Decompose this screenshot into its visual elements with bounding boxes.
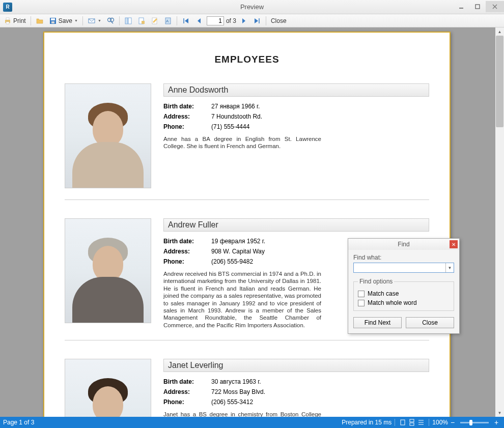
employee-notes: Janet has a BS degree in chemistry from …: [163, 411, 321, 417]
zoom-text: 100%: [432, 419, 448, 426]
status-bar: Page 1 of 3 Prepared in 15 ms 100% − +: [0, 417, 504, 428]
page-number-input[interactable]: [207, 16, 224, 25]
match-whole-label: Match whole word: [368, 299, 417, 306]
page-setup-icon: [137, 17, 146, 25]
last-page-button[interactable]: [251, 16, 263, 26]
match-whole-word-checkbox[interactable]: Match whole word: [358, 299, 450, 306]
scroll-thumb[interactable]: [496, 36, 503, 127]
status-page-text: Page 1 of 3: [3, 419, 34, 426]
chevron-down-icon: ▼: [98, 19, 101, 22]
separator: [395, 419, 395, 426]
view-continuous-button[interactable]: [407, 418, 416, 427]
dialog-close-button[interactable]: ✕: [450, 240, 458, 248]
find-what-label: Find what:: [353, 254, 381, 261]
employee-record: Janet Leverling Birth date:30 августа 19…: [65, 359, 429, 417]
close-preview-button[interactable]: Close: [269, 16, 288, 25]
dialog-title: Find ✕: [348, 239, 459, 250]
open-button[interactable]: [34, 16, 45, 26]
prev-page-button[interactable]: [193, 16, 205, 26]
field-label: Phone:: [163, 398, 211, 406]
svg-rect-5: [6, 18, 9, 20]
zoom-in-button[interactable]: +: [492, 418, 501, 427]
save-label: Save: [59, 17, 72, 24]
folder-open-icon: [36, 17, 44, 25]
employee-notes: Andrew received his BTS commercial in 19…: [163, 270, 321, 329]
chevron-down-icon: ▼: [74, 19, 78, 22]
find-close-label: Close: [422, 319, 438, 326]
field-label: Birth date:: [163, 378, 211, 385]
find-button[interactable]: [105, 16, 116, 26]
separator: [177, 16, 177, 25]
svg-text:A: A: [166, 19, 169, 23]
employee-photo: [65, 83, 151, 188]
watermark-icon: A: [164, 17, 172, 25]
edit-page-button[interactable]: [149, 16, 160, 26]
find-what-input[interactable]: [354, 263, 445, 272]
outline-button[interactable]: [123, 16, 134, 26]
report-title: EMPLOYEES: [44, 54, 450, 65]
separator: [82, 16, 83, 25]
first-page-button[interactable]: [180, 16, 191, 26]
find-dialog: Find ✕ Find what: ▼ Find options Match c…: [348, 238, 460, 334]
field-label: Address:: [163, 113, 211, 120]
scroll-up-icon: ▲: [495, 27, 504, 36]
find-next-label: Find Next: [365, 319, 390, 326]
employee-record: Anne Dodsworth Birth date:27 января 1966…: [65, 83, 429, 188]
svg-rect-8: [51, 18, 55, 20]
field-label: Phone:: [163, 258, 211, 265]
match-case-checkbox[interactable]: Match case: [358, 290, 450, 297]
svg-rect-9: [51, 21, 54, 23]
minus-icon: −: [451, 418, 455, 426]
plus-icon: +: [494, 418, 498, 426]
preview-area: EMPLOYEES Anne Dodsworth Birth date:27 я…: [0, 27, 504, 417]
find-options-group: Find options Match case Match whole word: [353, 278, 454, 311]
print-button[interactable]: Print: [2, 16, 27, 26]
checkbox-icon: [358, 291, 365, 297]
email-button[interactable]: ▼: [86, 16, 103, 26]
employee-photo: [65, 359, 151, 417]
field-value: 27 января 1966 г.: [211, 103, 260, 110]
report-page: EMPLOYEES Anne Dodsworth Birth date:27 я…: [43, 32, 451, 417]
continuous-icon: [408, 419, 415, 426]
checkbox-icon: [358, 300, 365, 306]
svg-rect-24: [410, 419, 414, 422]
single-page-icon: [399, 419, 406, 426]
first-page-icon: [182, 17, 190, 25]
find-close-button[interactable]: Close: [406, 317, 454, 328]
field-value: 908 W. Capital Way: [211, 248, 265, 255]
field-value: (206) 555-9482: [211, 258, 253, 265]
svg-rect-15: [128, 18, 131, 24]
titlebar: R Preview: [0, 0, 504, 14]
view-multiple-button[interactable]: [416, 418, 426, 427]
status-prepared-text: Prepared in 15 ms: [342, 419, 391, 426]
divider: [65, 199, 429, 200]
page-count-label: of 3: [226, 17, 236, 24]
vertical-scrollbar[interactable]: ▲ ▼: [495, 27, 504, 417]
page-setup-button[interactable]: [136, 16, 147, 26]
save-button[interactable]: Save ▼: [47, 16, 79, 26]
watermark-button[interactable]: A: [162, 16, 174, 26]
close-label: Close: [271, 17, 287, 24]
zoom-slider-thumb[interactable]: [469, 420, 472, 425]
next-page-button[interactable]: [238, 16, 249, 26]
last-page-icon: [253, 17, 261, 25]
employee-name: Anne Dodsworth: [163, 83, 429, 97]
find-next-button[interactable]: Find Next: [353, 317, 402, 328]
dialog-title-text: Find: [398, 241, 409, 248]
zoom-out-button[interactable]: −: [448, 418, 457, 427]
edit-icon: [151, 17, 159, 25]
field-label: Phone:: [163, 123, 211, 130]
zoom-slider[interactable]: [460, 422, 489, 423]
email-icon: [88, 17, 96, 25]
find-what-combo[interactable]: ▼: [353, 263, 454, 273]
svg-point-13: [110, 18, 114, 21]
separator: [31, 16, 31, 25]
divider: [65, 340, 429, 340]
view-single-page-button[interactable]: [398, 418, 407, 427]
chevron-down-icon[interactable]: ▼: [445, 263, 454, 272]
print-label: Print: [13, 17, 26, 24]
find-icon: [106, 17, 115, 25]
field-label: Address:: [163, 388, 211, 395]
close-icon: ✕: [452, 242, 456, 247]
field-label: Address:: [163, 248, 211, 255]
